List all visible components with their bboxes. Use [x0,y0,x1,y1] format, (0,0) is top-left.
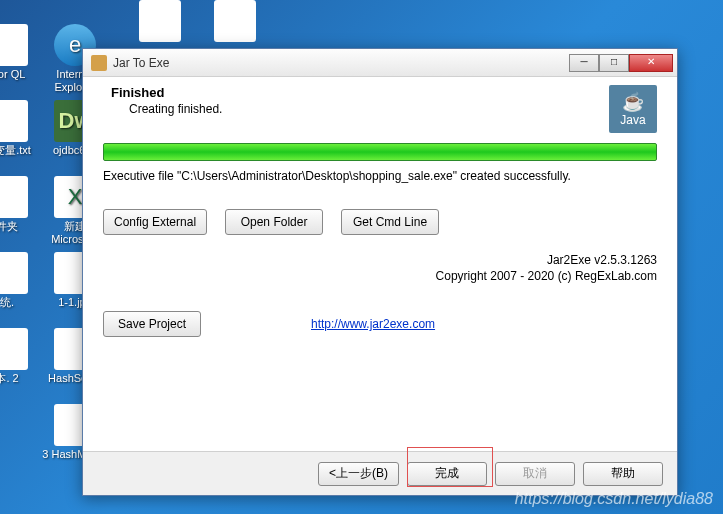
get-cmd-line-button[interactable]: Get Cmd Line [341,209,439,235]
back-button[interactable]: <上一步(B) [318,462,399,486]
icon [0,176,28,218]
file-icon[interactable] [214,0,256,42]
wizard-footer: <上一步(B) 完成 取消 帮助 [83,451,677,495]
window-title: Jar To Exe [113,56,569,70]
version-text: Jar2Exe v2.5.3.1263 [103,253,657,267]
page-subheading: Creating finished. [103,102,222,116]
save-project-button[interactable]: Save Project [103,311,201,337]
icon [0,328,28,370]
open-folder-button[interactable]: Open Folder [225,209,323,235]
java-logo-icon: Java [609,85,657,133]
icon-label: 境变量.txt [0,144,42,157]
desktop-icon[interactable]: t for QL [0,24,42,81]
maximize-button[interactable]: □ [599,54,629,72]
config-external-button[interactable]: Config External [103,209,207,235]
icon-label: 统. [0,296,42,309]
icon [0,100,28,142]
icon [0,24,28,66]
icon-label: 件夹 [0,220,42,233]
website-link[interactable]: http://www.jar2exe.com [311,317,435,331]
desktop-icon[interactable]: 境变量.txt [0,100,42,157]
icon-label: 本. 2 [0,372,42,385]
watermark-text: https://blog.csdn.net/lydia88 [515,490,713,508]
copyright-text: Copyright 2007 - 2020 (c) RegExLab.com [103,269,657,283]
status-message: Executive file "C:\Users\Administrator\D… [103,169,657,183]
desktop-icon[interactable]: 统. [0,252,42,309]
app-icon [91,55,107,71]
cancel-button: 取消 [495,462,575,486]
help-button[interactable]: 帮助 [583,462,663,486]
finish-button[interactable]: 完成 [407,462,487,486]
file-icon[interactable] [139,0,181,42]
page-heading: Finished [103,85,222,100]
icon-label: t for QL [0,68,42,81]
desktop-icon[interactable]: 本. 2 [0,328,42,385]
titlebar[interactable]: Jar To Exe ─ □ ✕ [83,49,677,77]
jar2exe-window: Jar To Exe ─ □ ✕ Finished Creating finis… [82,48,678,496]
minimize-button[interactable]: ─ [569,54,599,72]
progress-bar [103,143,657,161]
desktop-icon[interactable]: 件夹 [0,176,42,233]
icon [0,252,28,294]
close-button[interactable]: ✕ [629,54,673,72]
